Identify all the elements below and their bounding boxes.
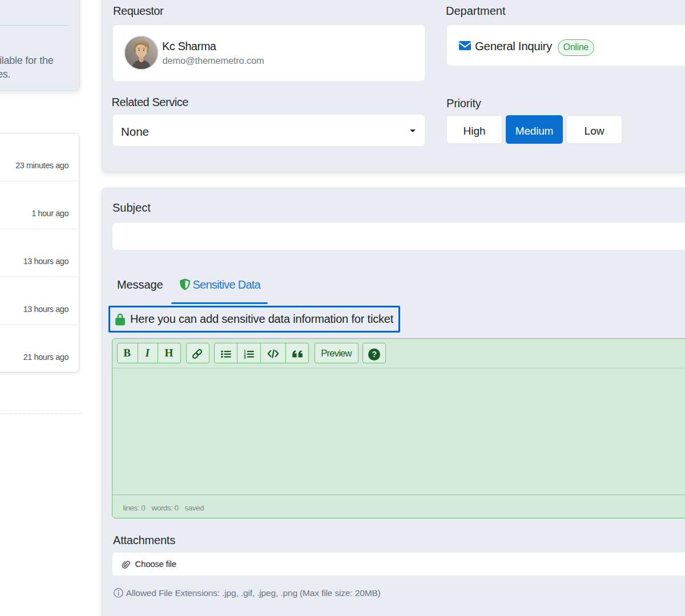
svg-text:3: 3: [244, 355, 246, 359]
